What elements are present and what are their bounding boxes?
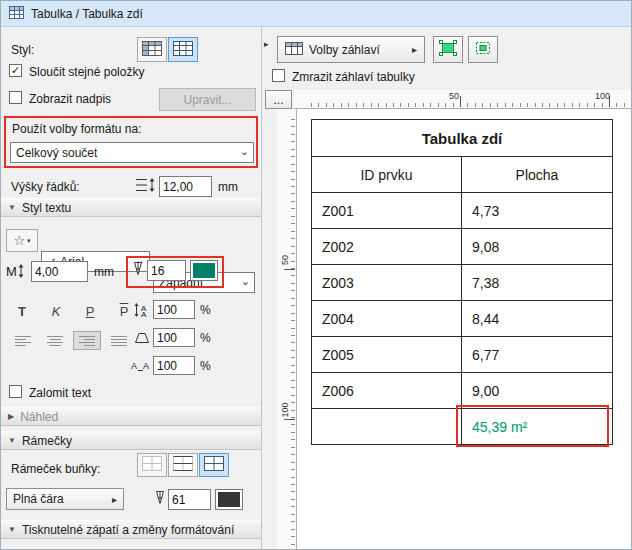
border-pen-color-swatch bbox=[218, 492, 240, 507]
popup-arrow-icon: ▸ bbox=[412, 44, 417, 55]
table-settings-window: Tabulka / Tabulka zdí Styl: bbox=[0, 0, 632, 550]
chevron-down-icon: ⌄ bbox=[241, 275, 250, 288]
ruler-ticks bbox=[291, 119, 295, 549]
cell-area: 4,73 bbox=[462, 193, 612, 228]
table-title-row: Tabulka zdí bbox=[312, 120, 612, 157]
merge-items-label: Sloučit stejné položky bbox=[29, 65, 144, 79]
cell-border-label: Rámeček buňky: bbox=[11, 462, 100, 476]
row-height-input[interactable] bbox=[159, 176, 212, 197]
pen-color-button[interactable] bbox=[190, 260, 218, 281]
row-heights-label: Výšky řádků: bbox=[11, 180, 80, 194]
text-size-input[interactable] bbox=[31, 261, 88, 282]
svg-text:A: A bbox=[143, 361, 149, 371]
wrap-text-checkbox[interactable] bbox=[9, 385, 22, 398]
chevron-down-icon: ⌄ bbox=[240, 145, 249, 158]
bold-button[interactable]: T bbox=[9, 300, 35, 322]
ruler-label-100: 100 bbox=[595, 91, 610, 101]
align-center-button[interactable] bbox=[41, 331, 69, 350]
text-size-unit: mm bbox=[94, 265, 114, 279]
edit-button[interactable]: Upravit... bbox=[159, 88, 256, 111]
section-borders-label: Rámečky bbox=[22, 434, 72, 448]
table-row: Z006 9,00 bbox=[312, 373, 612, 409]
window-titlebar: Tabulka / Tabulka zdí bbox=[1, 1, 632, 27]
border-all-icon bbox=[204, 456, 224, 474]
window-title: Tabulka / Tabulka zdí bbox=[31, 7, 143, 21]
ruler-options-button[interactable]: ... bbox=[265, 90, 292, 109]
star-icon: ☆ bbox=[13, 233, 25, 248]
text-height-icon: M bbox=[6, 263, 26, 282]
char-width-input[interactable] bbox=[153, 328, 195, 347]
section-expanded-icon: ▼ bbox=[8, 436, 16, 445]
line-type-popup[interactable]: Plná čára ▸ bbox=[6, 488, 124, 510]
underline-button[interactable]: P bbox=[77, 300, 103, 322]
show-title-label: Zobrazit nadpis bbox=[29, 92, 111, 106]
ruler-label-50: 50 bbox=[280, 250, 290, 270]
border-all-button[interactable] bbox=[199, 453, 229, 477]
column-header-id: ID prvku bbox=[312, 157, 462, 192]
line-spacing-input[interactable] bbox=[153, 300, 195, 319]
table-style-header-icon bbox=[142, 41, 162, 59]
border-horizontal-icon bbox=[173, 456, 193, 474]
merge-items-checkbox[interactable]: ✓ bbox=[9, 64, 22, 77]
favorites-button[interactable]: ☆ ▾ bbox=[6, 229, 38, 252]
ruler-label-50: 50 bbox=[449, 91, 459, 101]
table-style-2-button[interactable] bbox=[168, 37, 198, 62]
column-header-area: Plocha bbox=[462, 157, 612, 192]
line-spacing-unit: % bbox=[200, 303, 211, 317]
table-header-row: ID prvku Plocha bbox=[312, 157, 612, 193]
schedule-table-icon bbox=[9, 6, 24, 22]
italic-button[interactable]: K bbox=[43, 300, 69, 322]
align-left-button[interactable] bbox=[9, 331, 37, 350]
format-target-dropdown[interactable]: Celkový součet ⌄ bbox=[10, 142, 254, 163]
char-spacing-input[interactable] bbox=[153, 356, 195, 375]
freeze-header-checkbox[interactable] bbox=[272, 69, 285, 82]
panel-splitter[interactable] bbox=[261, 27, 262, 550]
cell-id: Z003 bbox=[312, 265, 462, 300]
section-preview[interactable]: ▶ Náhled bbox=[1, 407, 261, 426]
border-pen-color-button[interactable] bbox=[215, 489, 243, 510]
select-filled-cells-button[interactable] bbox=[433, 36, 463, 63]
svg-text:A: A bbox=[141, 310, 147, 318]
char-spacing-unit: % bbox=[200, 359, 211, 373]
table-total-row: 45,39 m² bbox=[312, 409, 612, 444]
cell-area: 6,77 bbox=[462, 337, 612, 372]
char-spacing-icon: A A bbox=[131, 357, 151, 376]
check-icon: ✓ bbox=[11, 65, 20, 76]
total-value: 45,39 m² bbox=[462, 409, 612, 444]
format-target-value: Celkový součet bbox=[16, 146, 97, 160]
pen-number-input[interactable] bbox=[147, 260, 186, 281]
section-borders[interactable]: ▼ Rámečky bbox=[1, 431, 261, 450]
cell-id: Z006 bbox=[312, 373, 462, 408]
splitter-arrow-icon[interactable]: ▸ bbox=[264, 39, 269, 49]
chevron-down-icon: ▾ bbox=[27, 237, 31, 245]
line-spacing-icon: A A bbox=[133, 302, 151, 321]
popup-arrow-icon: ▸ bbox=[112, 494, 117, 505]
cell-id: Z002 bbox=[312, 229, 462, 264]
table-style-grid-icon bbox=[173, 41, 193, 59]
header-options-button[interactable]: Volby záhlaví ▸ bbox=[277, 36, 425, 63]
style-label: Styl: bbox=[11, 43, 34, 57]
align-right-button[interactable] bbox=[73, 331, 101, 350]
svg-text:M: M bbox=[6, 264, 17, 279]
svg-text:A: A bbox=[131, 361, 137, 371]
section-expanded-icon: ▼ bbox=[8, 203, 16, 212]
select-marquee-cells-button[interactable] bbox=[468, 36, 498, 63]
row-height-unit: mm bbox=[218, 180, 238, 194]
border-none-button[interactable] bbox=[137, 453, 167, 477]
cell-id: Z005 bbox=[312, 337, 462, 372]
cell-area: 8,44 bbox=[462, 301, 612, 336]
section-footer[interactable]: ▼ Tisknutelné zápatí a změny formátování bbox=[1, 520, 261, 539]
table-row: Z003 7,38 bbox=[312, 265, 612, 301]
border-horizontal-button[interactable] bbox=[168, 453, 198, 477]
table-style-1-button[interactable] bbox=[137, 37, 167, 62]
vertical-ruler: 50 100 bbox=[277, 109, 297, 550]
table-title: Tabulka zdí bbox=[312, 120, 612, 156]
table-row: Z001 4,73 bbox=[312, 193, 612, 229]
align-justify-button[interactable] bbox=[105, 331, 133, 350]
section-text-style[interactable]: ▼ Styl textu bbox=[1, 198, 261, 217]
show-title-checkbox[interactable] bbox=[9, 91, 22, 104]
pen-icon bbox=[154, 490, 166, 511]
horizontal-ruler: 50 100 bbox=[294, 90, 632, 109]
schedule-preview-table: Tabulka zdí ID prvku Plocha Z001 4,73 Z0… bbox=[311, 119, 613, 445]
border-pen-input[interactable] bbox=[168, 489, 211, 510]
